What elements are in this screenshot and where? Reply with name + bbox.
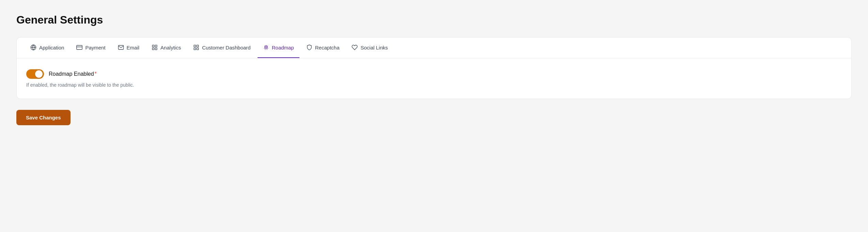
tab-analytics-label: Analytics xyxy=(160,45,181,50)
tab-application[interactable]: Application xyxy=(25,38,69,58)
roadmap-bug-icon xyxy=(263,44,269,50)
tab-payment-label: Payment xyxy=(85,45,105,50)
tabs-nav: Application Payment Email xyxy=(17,38,851,58)
roadmap-toggle[interactable] xyxy=(26,69,44,79)
svg-rect-2 xyxy=(77,45,82,49)
svg-point-13 xyxy=(265,47,266,48)
svg-rect-9 xyxy=(197,45,199,47)
tab-application-label: Application xyxy=(39,45,64,50)
roadmap-enabled-row: Roadmap Enabled* xyxy=(26,69,842,79)
tab-analytics[interactable]: Analytics xyxy=(146,38,186,58)
roadmap-toggle-label: Roadmap Enabled* xyxy=(49,71,97,77)
analytics-grid-icon xyxy=(152,44,158,50)
settings-card: Application Payment Email xyxy=(16,37,852,99)
credit-card-icon xyxy=(76,44,82,50)
required-star: * xyxy=(95,71,97,77)
page-title: General Settings xyxy=(16,14,852,26)
envelope-icon xyxy=(118,44,124,50)
customer-dashboard-grid-icon xyxy=(193,44,199,50)
svg-rect-5 xyxy=(155,45,157,47)
svg-rect-8 xyxy=(194,45,196,47)
tab-social-links[interactable]: Social Links xyxy=(346,38,393,58)
save-changes-button[interactable]: Save Changes xyxy=(16,110,71,125)
shield-icon xyxy=(306,44,312,50)
tab-recaptcha-label: Recaptcha xyxy=(315,45,340,50)
tab-recaptcha[interactable]: Recaptcha xyxy=(301,38,345,58)
svg-rect-10 xyxy=(194,48,196,50)
tab-email[interactable]: Email xyxy=(112,38,145,58)
globe-icon xyxy=(30,44,36,50)
svg-rect-6 xyxy=(152,48,154,50)
tab-customer-dashboard-label: Customer Dashboard xyxy=(202,45,251,50)
tab-social-links-label: Social Links xyxy=(360,45,388,50)
tab-roadmap[interactable]: Roadmap xyxy=(258,38,299,58)
tab-email-label: Email xyxy=(127,45,140,50)
toggle-thumb xyxy=(35,70,43,78)
svg-rect-4 xyxy=(152,45,154,47)
svg-rect-11 xyxy=(197,48,199,50)
tab-content-roadmap: Roadmap Enabled* If enabled, the roadmap… xyxy=(17,58,851,99)
tab-customer-dashboard[interactable]: Customer Dashboard xyxy=(188,38,256,58)
heart-icon xyxy=(352,44,358,50)
tab-roadmap-label: Roadmap xyxy=(272,45,294,50)
svg-rect-7 xyxy=(155,48,157,50)
roadmap-helper-text: If enabled, the roadmap will be visible … xyxy=(26,82,842,88)
tab-payment[interactable]: Payment xyxy=(71,38,111,58)
